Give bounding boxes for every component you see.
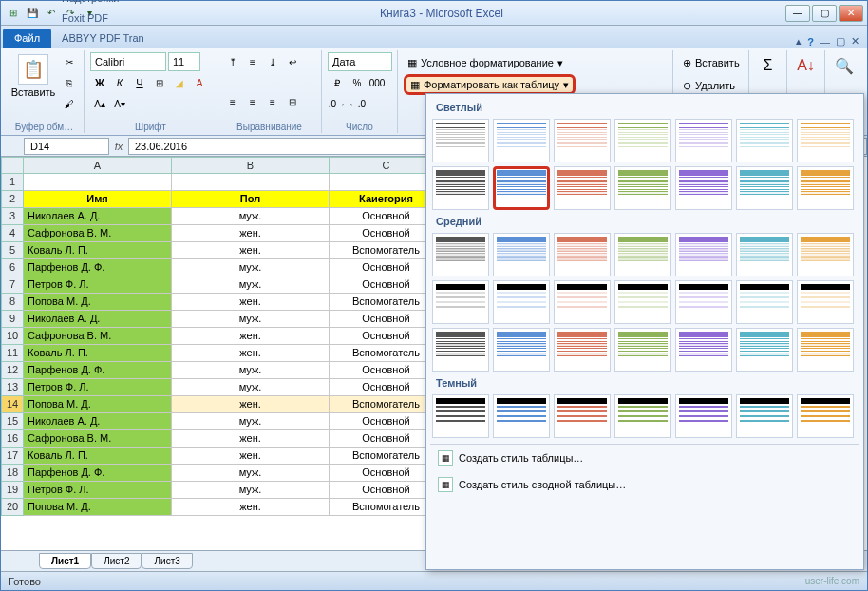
minimize-button[interactable]: — (785, 5, 810, 22)
paste-button[interactable]: 📋 Вставить (10, 52, 56, 100)
table-style-option[interactable] (432, 166, 489, 210)
ribbon-tab[interactable]: Надстройки (53, 0, 153, 8)
cell[interactable]: Николаев А. Д. (24, 413, 172, 430)
row-header[interactable]: 6 (1, 259, 24, 276)
table-style-option[interactable] (493, 233, 550, 276)
currency-icon[interactable]: ₽ (328, 73, 347, 92)
table-style-option[interactable] (432, 394, 489, 438)
cell[interactable] (24, 174, 172, 191)
cell[interactable]: жен. (172, 430, 330, 448)
row-header[interactable]: 15 (1, 413, 24, 430)
cell[interactable]: Сафронова В. М. (24, 430, 172, 448)
cell[interactable]: Имя (24, 191, 172, 208)
column-header[interactable]: A (24, 157, 172, 174)
row-header[interactable]: 19 (1, 482, 24, 499)
cell[interactable]: Парфенов Д. Ф. (24, 465, 172, 482)
sort-filter-icon[interactable]: A↓ (793, 52, 819, 79)
cell[interactable]: Коваль Л. П. (24, 242, 172, 259)
row-header[interactable]: 11 (1, 345, 24, 362)
cell[interactable]: муж. (172, 208, 330, 225)
row-header[interactable]: 2 (1, 191, 24, 208)
wrap-text-icon[interactable]: ↩ (283, 52, 302, 71)
table-style-option[interactable] (614, 280, 671, 324)
mdi-restore-icon[interactable]: ▢ (836, 35, 845, 48)
row-header[interactable]: 18 (1, 465, 24, 482)
autosum-icon[interactable]: Σ (755, 52, 781, 79)
format-painter-icon[interactable]: 🖌 (60, 94, 79, 113)
ribbon-tab[interactable]: ABBYY PDF Tran (53, 28, 153, 48)
ribbon-tab[interactable]: Foxit PDF (53, 8, 153, 28)
table-style-option[interactable] (675, 166, 732, 210)
row-header[interactable]: 17 (1, 448, 24, 465)
align-center-icon[interactable]: ≡ (243, 92, 262, 111)
new-pivot-style-button[interactable]: ▦ Создать стиль сводной таблицы… (430, 471, 859, 498)
comma-icon[interactable]: 000 (368, 73, 387, 92)
cell[interactable]: муж. (172, 276, 330, 294)
cell[interactable]: жен. (172, 294, 330, 311)
cell[interactable]: Николаев А. Д. (24, 311, 172, 328)
border-button[interactable]: ⊞ (150, 73, 169, 92)
row-header[interactable]: 8 (1, 294, 24, 311)
table-style-option[interactable] (554, 394, 611, 438)
table-style-option[interactable] (675, 328, 732, 372)
cell[interactable]: Сафронова В. М. (24, 328, 172, 345)
percent-icon[interactable]: % (348, 73, 367, 92)
font-size-combo[interactable]: 11 (168, 52, 200, 71)
row-header[interactable]: 9 (1, 311, 24, 328)
cell[interactable]: Сафронова В. М. (24, 225, 172, 242)
fx-icon[interactable]: fx (109, 141, 128, 152)
cell[interactable]: Коваль Л. П. (24, 345, 172, 362)
table-style-option[interactable] (432, 280, 489, 324)
table-style-option[interactable] (493, 280, 550, 324)
table-style-option[interactable] (614, 233, 671, 276)
row-header[interactable]: 1 (1, 174, 24, 191)
table-style-option[interactable] (736, 233, 793, 276)
table-style-option[interactable] (554, 166, 611, 210)
table-style-option[interactable] (614, 119, 671, 162)
table-style-option[interactable] (432, 328, 489, 372)
decrease-font-icon[interactable]: A▾ (110, 94, 129, 113)
cell[interactable]: муж. (172, 259, 330, 276)
align-left-icon[interactable]: ≡ (223, 92, 242, 111)
table-style-option[interactable] (797, 328, 854, 372)
font-name-combo[interactable]: Calibri (90, 52, 166, 71)
select-all-corner[interactable] (1, 157, 24, 174)
cell[interactable]: Петров Ф. Л. (24, 379, 172, 396)
cell[interactable]: Попова М. Д. (24, 294, 172, 311)
table-style-option[interactable] (797, 233, 854, 276)
cell[interactable]: Попова М. Д. (24, 499, 172, 516)
table-style-option[interactable] (675, 119, 732, 162)
table-style-option[interactable] (432, 119, 489, 162)
row-header[interactable]: 13 (1, 379, 24, 396)
underline-button[interactable]: Ч (130, 73, 149, 92)
cell[interactable]: муж. (172, 311, 330, 328)
conditional-formatting-button[interactable]: ▦ Условное форматирование▾ (404, 52, 567, 73)
cell[interactable]: Николаев А. Д. (24, 208, 172, 225)
cell[interactable]: муж. (172, 413, 330, 430)
table-style-option[interactable] (432, 233, 489, 276)
column-header[interactable]: B (172, 157, 330, 174)
copy-icon[interactable]: ⎘ (60, 73, 79, 92)
table-style-option[interactable] (554, 233, 611, 276)
table-style-option[interactable] (493, 166, 550, 210)
table-style-option[interactable] (797, 119, 854, 162)
file-tab[interactable]: Файл (3, 29, 51, 48)
table-style-option[interactable] (493, 394, 550, 438)
table-style-option[interactable] (675, 280, 732, 324)
row-header[interactable]: 16 (1, 430, 24, 448)
new-table-style-button[interactable]: ▦ Создать стиль таблицы… (430, 444, 859, 471)
insert-cells-button[interactable]: ⊕Вставить (679, 52, 744, 73)
table-style-option[interactable] (797, 166, 854, 210)
cell[interactable]: муж. (172, 362, 330, 379)
cell[interactable]: жен. (172, 448, 330, 465)
cell[interactable]: Парфенов Д. Ф. (24, 362, 172, 379)
table-style-option[interactable] (493, 119, 550, 162)
find-icon[interactable]: 🔍 (831, 52, 858, 79)
mdi-close-icon[interactable]: ✕ (851, 35, 859, 48)
cell[interactable] (172, 174, 330, 191)
cell[interactable]: Петров Ф. Л. (24, 482, 172, 499)
row-header[interactable]: 5 (1, 242, 24, 259)
table-style-option[interactable] (736, 119, 793, 162)
table-style-option[interactable] (614, 328, 671, 372)
row-header[interactable]: 14 (1, 396, 24, 413)
